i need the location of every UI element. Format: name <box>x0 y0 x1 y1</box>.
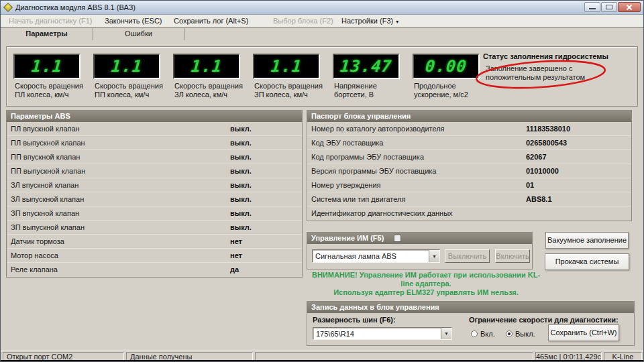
lcd-display-rr-speed: 1.1 <box>253 54 320 79</box>
speed-limit-off-radio[interactable]: Выкл. <box>506 330 535 338</box>
passport-value: 11183538010 <box>526 125 570 133</box>
gauge-label: Скорость вращения ЗЛ колеса, км/ч <box>174 82 251 99</box>
hydro-status-text: Заполнение завершено с положительным рез… <box>486 64 598 82</box>
abs-panel-title: Параметры ABS <box>11 111 70 122</box>
actuator-select[interactable]: Сигнальная лампа ABS <box>312 249 440 263</box>
tire-size-label: Размерность шин (F6): <box>313 316 396 324</box>
passport-row: Код программы ЭБУ поставщика62067 <box>307 150 631 164</box>
menubar: Начать диагностику (F1) Закончить (ESC) … <box>1 15 643 27</box>
passport-label: Система или тип двигателя <box>311 195 405 203</box>
lcd-value: 1.1 <box>270 57 303 76</box>
param-row: ПЛ впускной клапанвыкл. <box>7 122 302 136</box>
gauges-panel: 1.1 1.1 1.1 1.1 13.47 0.00 Скорость вращ… <box>6 46 638 107</box>
param-row: ЗЛ впускной клапанвыкл. <box>7 178 302 192</box>
menu-select-block: Выбор блока (F2) <box>273 17 333 25</box>
passport-value: 62067 <box>526 153 547 161</box>
param-value: выкл. <box>230 209 252 217</box>
param-label: ЗЛ выпускной клапан <box>11 195 84 203</box>
lcd-display-rl-speed: 1.1 <box>173 54 240 79</box>
warning-line-2: Используя адаптер ELM327 управлять ИМ не… <box>307 288 545 297</box>
param-label: ЗП выпускной клапан <box>11 223 85 231</box>
warning-line-1: ВНИМАНИЕ! Управление ИМ работает при исп… <box>307 271 545 288</box>
tire-size-select[interactable]: 175\65\R14 <box>313 327 452 340</box>
menu-save-log[interactable]: Сохранить лог (Alt+S) <box>174 17 248 25</box>
lcd-display-voltage: 13.47 <box>333 54 400 79</box>
radio-icon <box>471 330 478 337</box>
chevron-down-icon[interactable] <box>429 250 439 262</box>
param-label: ЗЛ впускной клапан <box>11 181 78 189</box>
system-bleed-button[interactable]: Прокачка системы <box>545 253 629 270</box>
write-panel-title: Запись данных в блок управления <box>311 302 439 313</box>
param-value: выкл. <box>230 195 252 203</box>
tab-parameters[interactable]: Параметры <box>1 28 93 40</box>
param-value: выкл. <box>230 167 252 175</box>
passport-label: Номер утверждения <box>311 181 380 189</box>
passport-value: 0265800543 <box>526 139 567 147</box>
kl-line-warning: ВНИМАНИЕ! Управление ИМ работает при исп… <box>307 271 545 297</box>
passport-row: Номер по каталогу автопроизводителя11183… <box>307 122 631 136</box>
app-window: Диагностика модуля ABS 8.1 (ВАЗ) Начать … <box>0 0 644 362</box>
radio-off-label: Выкл. <box>515 330 535 338</box>
im-panel-title: Управление ИМ (F5) <box>311 233 384 244</box>
param-label: Мотор насоса <box>11 251 58 259</box>
passport-value: ABS8.1 <box>526 195 552 203</box>
passport-value: 01 <box>526 181 534 189</box>
minimize-button[interactable] <box>584 2 600 12</box>
lcd-display-fr-speed: 1.1 <box>93 54 160 79</box>
param-row: ЗП выпускной клапанвыкл. <box>7 221 302 235</box>
passport-label: Номер по каталогу автопроизводителя <box>311 125 445 133</box>
param-value: выкл. <box>230 153 252 161</box>
param-label: Датчик тормоза <box>11 237 64 245</box>
param-label: Реле клапана <box>11 265 58 274</box>
speed-limit-on-radio[interactable]: Вкл. <box>471 330 495 338</box>
window-controls <box>584 2 641 12</box>
save-button[interactable]: Сохранить (Ctrl+W) <box>548 324 619 341</box>
actuator-off-button: Выключить <box>445 249 490 263</box>
titlebar: Диагностика модуля ABS 8.1 (ВАЗ) <box>1 1 643 15</box>
param-value: выкл. <box>230 139 252 147</box>
radio-on-label: Вкл. <box>480 330 495 338</box>
hydro-status-title: Статус заполнения гидросистемы <box>483 52 608 60</box>
tab-errors[interactable]: Ошибки <box>93 28 184 40</box>
menu-start-diagnostics: Начать диагностику (F1) <box>9 17 92 25</box>
ecu-passport-panel: Паспорт блока управления Номер по катало… <box>307 110 632 221</box>
lcd-value: 0.00 <box>425 57 468 76</box>
param-row: Реле клапанада <box>7 263 302 277</box>
vacuum-fill-button[interactable]: Вакуумное заполнение <box>545 232 629 249</box>
maximize-button[interactable] <box>601 2 617 12</box>
window-title: Диагностика модуля ABS 8.1 (ВАЗ) <box>15 3 136 11</box>
param-row: ПП выпускной клапанвыкл. <box>7 164 302 178</box>
param-value: выкл. <box>230 125 252 133</box>
tire-size-value: 175\65\R14 <box>313 330 441 338</box>
passport-label: Код программы ЭБУ поставщика <box>311 153 424 161</box>
menu-settings[interactable]: Настройки (F3)▾ <box>341 17 398 25</box>
write-data-panel: Запись данных в блок управления Размерно… <box>307 301 635 346</box>
passport-panel-title: Паспорт блока управления <box>311 111 411 122</box>
lcd-value: 13.47 <box>339 57 393 76</box>
lcd-value: 1.1 <box>111 57 144 76</box>
passport-label: Код ЭБУ поставщика <box>311 139 384 147</box>
actuator-on-button: Включить <box>495 249 530 263</box>
passport-label: Идентификатор диагностических данных <box>311 209 453 217</box>
menu-finish[interactable]: Закончить (ESC) <box>105 17 162 25</box>
chevron-down-icon: ▾ <box>396 19 398 25</box>
param-row: Датчик тормозанет <box>7 235 302 249</box>
passport-row: Идентификатор диагностических данных <box>307 206 631 221</box>
close-button[interactable] <box>618 2 641 12</box>
abs-parameters-panel: Параметры ABS ПЛ впускной клапанвыкл. ПЛ… <box>6 110 303 278</box>
im-checkbox[interactable] <box>394 235 400 241</box>
passport-row: Система или тип двигателяABS8.1 <box>307 192 631 206</box>
im-control-panel: Управление ИМ (F5) Сигнальная лампа ABS … <box>307 232 533 269</box>
gauge-label: Скорость вращения ПП колеса, км/ч <box>95 82 171 99</box>
param-row: ЗЛ выпускной клапанвыкл. <box>7 192 302 206</box>
param-value: выкл. <box>230 181 252 189</box>
param-label: ПП выпускной клапан <box>11 167 85 175</box>
gauge-label: Напряжение бортсети, В <box>334 82 411 99</box>
param-value: выкл. <box>230 223 252 231</box>
param-value: нет <box>230 237 242 245</box>
gauge-label: Продольное ускорение, м/с2 <box>414 82 490 99</box>
param-row: ПП впускной клапанвыкл. <box>7 150 302 164</box>
lcd-value: 1.1 <box>31 57 64 76</box>
lcd-display-accel: 0.00 <box>413 54 480 79</box>
chevron-down-icon[interactable] <box>441 328 451 339</box>
